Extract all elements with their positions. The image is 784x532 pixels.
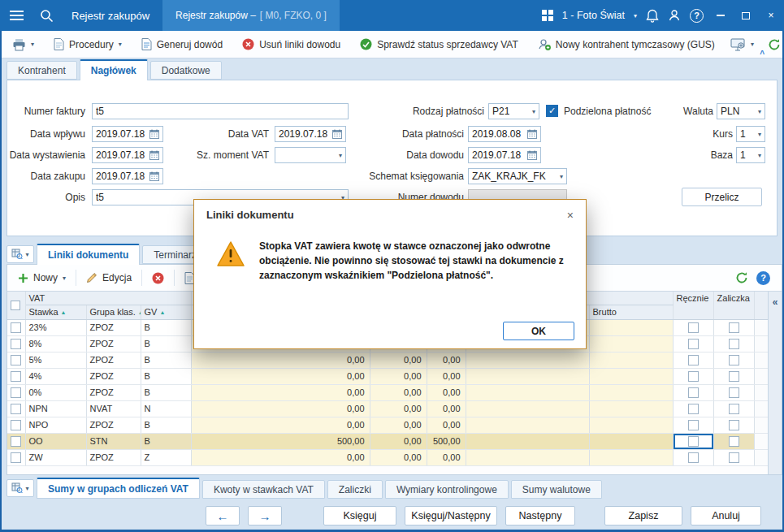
anuluj-button[interactable]: Anuluj (691, 506, 761, 526)
calendar-icon[interactable] (149, 171, 159, 181)
brutto-cell[interactable] (589, 352, 673, 368)
user-menu-button[interactable] (668, 9, 681, 22)
ksieguj-button[interactable]: Księguj (323, 506, 396, 526)
numer-faktury-input[interactable] (92, 103, 349, 119)
close-button[interactable]: × (763, 0, 779, 31)
zaliczka-cell[interactable] (713, 335, 754, 352)
recznie-checkbox[interactable] (688, 371, 699, 382)
previous-document-button[interactable]: ← (206, 506, 240, 526)
baza-combo[interactable]: 1 ▾ (736, 147, 765, 163)
gv-cell[interactable]: B (141, 417, 191, 433)
amount-cell-1[interactable]: 0,00 (191, 352, 370, 368)
row-select-checkbox[interactable] (11, 404, 21, 414)
col-header-brutto[interactable]: Brutto (589, 305, 673, 319)
zaliczka-cell[interactable] (713, 417, 754, 433)
ksieguj-nastepny-button[interactable]: Księguj/Następny (405, 506, 497, 526)
row-select-cell[interactable] (7, 449, 25, 465)
calendar-icon[interactable] (149, 150, 159, 160)
minimize-button[interactable] (713, 0, 729, 31)
tab-sumy-walutowe[interactable]: Sumy walutowe (511, 480, 602, 499)
nastepny-button[interactable]: Następny (505, 506, 575, 526)
amount-cell-2[interactable]: 0,00 (370, 417, 427, 433)
stawka-cell[interactable]: 4% (25, 368, 86, 384)
view-settings-button[interactable]: ▾ (725, 34, 760, 55)
zaliczka-checkbox[interactable] (729, 355, 739, 365)
amount-cell-3[interactable]: 0,00 (427, 449, 466, 465)
zaliczka-cell[interactable] (713, 319, 754, 335)
gv-cell[interactable]: B (141, 433, 191, 449)
kurs-combo[interactable]: 1 ▾ (736, 126, 765, 142)
generuj-dowod-button[interactable]: Generuj dowód (136, 34, 228, 55)
data-zakupu-input[interactable]: 2019.07.18 (92, 168, 163, 184)
help-icon[interactable]: ? (690, 9, 704, 23)
vat-group-header[interactable]: VAT (25, 292, 191, 305)
tab-zaliczki[interactable]: Zaliczki (327, 480, 383, 499)
chevron-down-icon[interactable]: ▾ (756, 131, 761, 138)
recznie-cell[interactable] (673, 352, 713, 368)
recznie-cell[interactable] (673, 400, 713, 417)
row-select-checkbox[interactable] (11, 322, 21, 333)
rodzaj-platnosci-combo[interactable]: P21 ▾ (488, 103, 539, 119)
calendar-icon[interactable] (527, 150, 537, 160)
document-tab[interactable]: Rejestr zakupów – [ M0, FZKO, 0 ] (162, 0, 340, 31)
amount-cell-4[interactable] (466, 417, 589, 433)
col-header-gv[interactable]: GV▲ (141, 305, 191, 319)
zaliczka-checkbox[interactable] (729, 404, 739, 414)
refresh-button[interactable] (768, 38, 781, 51)
grupa-klas-cell[interactable]: ZPOZ (86, 417, 141, 433)
chevron-down-icon[interactable]: ▾ (336, 152, 342, 159)
tab-liniki-dokumentu[interactable]: Liniki dokumentu (37, 244, 140, 265)
vat-table-row[interactable]: 5%ZPOZB0,000,000,00 (7, 352, 768, 368)
recznie-checkbox[interactable] (688, 452, 699, 463)
zaliczka-cell[interactable] (713, 449, 754, 465)
collapse-ribbon-icon[interactable]: ^ (760, 50, 765, 58)
recznie-checkbox[interactable] (688, 420, 699, 430)
recznie-checkbox[interactable] (688, 355, 699, 365)
row-select-cell[interactable] (7, 400, 25, 417)
tab-kontrahent[interactable]: Kontrahent (6, 61, 77, 80)
zaliczka-cell[interactable] (713, 352, 754, 368)
podzielona-platnosc-checkbox[interactable]: ✓ (546, 105, 558, 117)
chevron-down-icon[interactable]: ▾ (756, 152, 761, 159)
zaliczka-checkbox[interactable] (729, 420, 739, 430)
row-select-cell[interactable] (7, 368, 25, 384)
amount-cell-3[interactable]: 0,00 (427, 384, 466, 400)
recznie-cell[interactable] (673, 319, 713, 335)
recznie-checkbox[interactable] (688, 387, 699, 398)
stawka-cell[interactable]: 0% (25, 384, 86, 400)
amount-cell-1[interactable]: 0,00 (191, 449, 370, 465)
waluta-combo[interactable]: PLN ▾ (717, 103, 765, 119)
col-header-stawka[interactable]: Stawka▲ (25, 305, 86, 319)
recznie-cell[interactable] (673, 417, 713, 433)
calendar-icon[interactable] (527, 129, 537, 139)
amount-cell-2[interactable]: 0,00 (370, 352, 427, 368)
vat-table-row[interactable]: ZWZPOZZ0,000,000,00 (7, 449, 768, 465)
apps-grid-icon[interactable] (542, 10, 553, 21)
sz-moment-vat-combo[interactable]: ▾ (275, 147, 346, 163)
amount-cell-1[interactable]: 500,00 (191, 433, 370, 449)
row-select-cell[interactable] (7, 319, 25, 335)
amount-cell-1[interactable]: 0,00 (191, 384, 370, 400)
row-select-checkbox[interactable] (11, 339, 21, 349)
amount-cell-2[interactable]: 0,00 (370, 368, 427, 384)
brutto-cell[interactable] (589, 400, 673, 417)
grupa-klas-cell[interactable]: NVAT (86, 400, 141, 417)
recznie-cell[interactable] (673, 433, 713, 449)
recznie-checkbox[interactable] (688, 339, 699, 349)
vat-table-row[interactable]: NPOZPOZB0,000,000,00 (7, 417, 768, 433)
row-select-cell[interactable] (7, 433, 25, 449)
zaliczka-checkbox[interactable] (729, 339, 739, 349)
brutto-cell[interactable] (589, 335, 673, 352)
summary-view-selector-button[interactable]: ▾ (6, 479, 34, 497)
gv-cell[interactable]: B (141, 319, 191, 335)
zaliczka-cell[interactable] (713, 368, 754, 384)
zaliczka-checkbox[interactable] (729, 387, 739, 398)
col-header-grupa-klas[interactable]: Grupa klas.▲ (86, 305, 141, 319)
data-wplywu-input[interactable]: 2019.07.18 (92, 126, 163, 142)
zaliczka-cell[interactable] (713, 384, 754, 400)
grupa-klas-cell[interactable]: ZPOZ (86, 352, 141, 368)
calendar-icon[interactable] (149, 129, 159, 139)
recznie-cell[interactable] (673, 449, 713, 465)
nowy-kontrahent-button[interactable]: Nowy kontrahent tymczasowy (GUS) (532, 34, 721, 55)
amount-cell-4[interactable] (466, 352, 589, 368)
